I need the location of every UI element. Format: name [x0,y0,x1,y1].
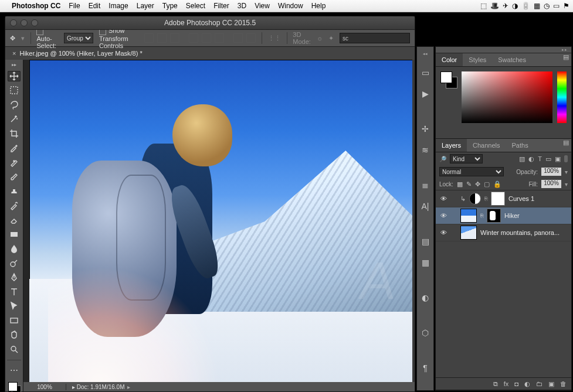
visibility-icon[interactable]: 👁 [439,195,447,202]
window-zoom-button[interactable] [31,19,38,26]
visibility-icon[interactable]: 👁 [439,212,447,219]
clone-stamp-tool[interactable] [8,186,21,196]
lock-position-icon[interactable]: ✥ [475,180,480,188]
marquee-tool[interactable] [8,86,21,96]
color-picker-ramp[interactable] [462,71,552,123]
show-transform-checkbox[interactable]: Show Transform Controls [99,27,138,49]
lasso-tool[interactable] [8,100,21,110]
brush-tool[interactable] [8,172,21,182]
window-close-button[interactable] [10,19,17,26]
menu-layer[interactable]: Layer [137,2,154,10]
menu-file[interactable]: File [69,2,80,10]
3d-pan-icon[interactable]: ✦ [328,35,334,42]
tab-styles[interactable]: Styles [463,53,492,66]
new-group-icon[interactable]: 🗀 [536,380,543,387]
battery-icon[interactable]: 🔋 [521,2,530,10]
layer-row[interactable]: 👁 ↳ ⎘ Curves 1 [436,190,571,207]
layer-name[interactable]: Hiker [504,212,568,219]
document-canvas[interactable]: A [29,60,415,382]
filter-shape-icon[interactable]: ▭ [545,155,551,163]
filter-type-icon[interactable]: T [538,155,542,162]
magic-wand-tool[interactable] [8,114,21,125]
layer-thumb[interactable] [460,226,477,240]
layers-list[interactable]: 👁 ↳ ⎘ Curves 1 👁 ⎘ Hiker � [436,190,571,377]
collapse-tools-icon[interactable]: ▸▸ [5,62,23,67]
3d-orbit-icon[interactable]: ☼ [317,35,323,42]
auto-select-dropdown[interactable]: Group [64,33,93,43]
adjustments-panel-icon[interactable]: ◐ [420,293,430,302]
layer-mask-thumb[interactable] [491,192,505,206]
lock-transparency-icon[interactable]: ▩ [457,180,463,188]
distribute-h-icon[interactable] [233,33,243,43]
canvas-area[interactable]: A 100% ▸ Doc: 1.91M/16.0M▸ [23,60,415,391]
hue-slider[interactable] [557,71,567,123]
align-bottom-icon[interactable] [170,33,179,43]
filter-smart-icon[interactable]: ▣ [555,155,561,163]
actions-panel-icon[interactable]: ▶ [420,89,430,98]
filter-adjust-icon[interactable]: ◐ [528,155,534,163]
align-buttons[interactable] [144,33,256,43]
layers-panel-menu-icon[interactable]: ▤ [561,139,571,152]
tab-color[interactable]: Color [436,53,463,66]
zoom-tool[interactable] [8,344,21,354]
tab-channels[interactable]: Channels [467,139,506,152]
pen-tool[interactable] [8,272,21,282]
rectangle-tool[interactable] [8,315,21,326]
menu-filter[interactable]: Filter [213,2,229,10]
zoom-level[interactable]: 100% [23,384,66,390]
flag-icon[interactable]: ⚑ [563,2,569,10]
menu-select[interactable]: Select [186,2,205,10]
layer-row[interactable]: 👁 ⎘ Hiker [436,207,571,224]
tab-swatches[interactable]: Swatches [492,53,532,66]
display-icon[interactable]: ▭ [553,2,560,10]
delete-layer-icon[interactable]: 🗑 [560,380,567,387]
layer-thumb[interactable] [460,209,477,223]
menu-image[interactable]: Image [109,2,128,10]
add-mask-icon[interactable]: ◘ [514,380,518,387]
align-hcenter-icon[interactable] [202,33,211,43]
layer-name[interactable]: Winter mountains, panora... [480,229,568,236]
align-vcenter-icon[interactable] [157,33,167,43]
tab-paths[interactable]: Paths [506,139,534,152]
clock-icon[interactable]: ◷ [544,2,550,10]
canvas-scrollbar[interactable] [412,60,415,382]
eraser-tool[interactable] [8,214,21,225]
filter-toggle-icon[interactable] [564,155,568,162]
distribute-v-icon[interactable] [246,33,256,43]
color-swatches[interactable] [7,382,21,391]
dropbox-icon[interactable]: ⬚ [480,2,487,10]
layer-mask-thumb[interactable] [487,209,501,223]
link-layers-icon[interactable]: ⧉ [493,380,498,388]
filter-pixel-icon[interactable]: ▧ [519,155,525,163]
glyphs-panel-icon[interactable]: ¶ [420,363,430,373]
history-panel-icon[interactable]: ▭ [420,68,430,77]
crop-tool[interactable] [8,128,21,139]
window-minimize-button[interactable] [21,19,28,26]
character-panel-icon[interactable]: A| [420,202,430,211]
blend-mode-dropdown[interactable]: Normal [439,167,504,176]
3d-panel-icon[interactable]: ⬡ [420,328,430,338]
visibility-icon[interactable]: 👁 [439,229,447,236]
align-right-icon[interactable] [215,33,224,43]
hand-tool[interactable] [8,330,21,340]
dodge-tool[interactable] [8,258,21,268]
type-tool[interactable] [8,287,21,297]
edit-toolbar-icon[interactable]: ⋯ [8,365,21,376]
align-top-icon[interactable] [144,33,154,43]
document-tab[interactable]: × Hiker.jpeg @ 100% (Hiker, Layer Mask/8… [5,47,150,60]
close-tab-icon[interactable]: × [12,50,16,57]
fill-value[interactable]: 100% [541,180,561,188]
hat-icon[interactable]: 🎩 [490,2,499,10]
lock-all-icon[interactable]: 🔒 [493,180,501,188]
path-selection-tool[interactable] [8,301,21,312]
brush-presets-icon[interactable]: ≋ [420,145,430,155]
paragraph-panel-icon[interactable]: ≣ [420,180,430,190]
menu-app[interactable]: Photoshop CC [12,2,60,10]
grid-icon[interactable]: ▦ [534,2,540,10]
plane-icon[interactable]: ✈ [503,2,508,10]
tab-layers[interactable]: Layers [436,139,467,152]
menu-type[interactable]: Type [162,2,178,10]
3d-mode-input[interactable] [340,33,410,43]
new-adjustment-icon[interactable]: ◐ [524,380,530,388]
move-tool[interactable] [8,71,21,81]
